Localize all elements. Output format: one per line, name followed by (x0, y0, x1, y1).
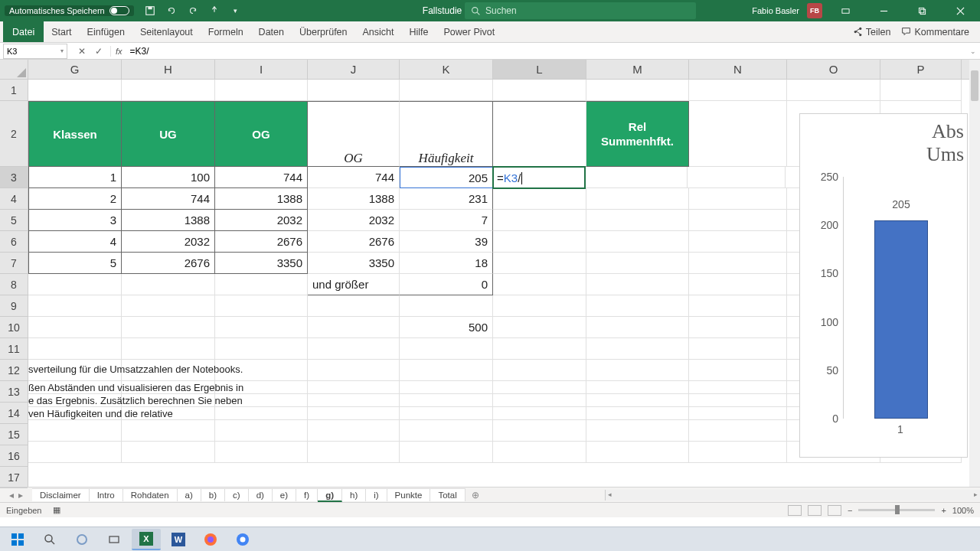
sheet-tab[interactable]: a) (178, 488, 201, 501)
cell[interactable] (215, 80, 308, 101)
view-normal-icon[interactable] (788, 505, 802, 516)
cell[interactable] (689, 394, 787, 407)
cell[interactable] (308, 381, 400, 394)
zoom-in-button[interactable]: + (941, 506, 946, 515)
horizontal-scrollbar[interactable] (605, 490, 980, 500)
sheet-tab[interactable]: Intro (90, 488, 123, 501)
sheet-tab[interactable]: e) (273, 488, 296, 501)
cell[interactable] (689, 295, 787, 317)
cell[interactable] (308, 338, 400, 360)
cell[interactable] (493, 407, 586, 420)
view-page-layout-icon[interactable] (808, 505, 822, 516)
cell[interactable] (28, 295, 122, 317)
row-header[interactable]: 13 (0, 381, 28, 403)
cell[interactable]: 744 (215, 167, 308, 188)
cell[interactable] (586, 188, 689, 210)
col-header-l[interactable]: L (493, 60, 586, 79)
cell[interactable] (493, 101, 586, 167)
tab-seitenlayout[interactable]: Seitenlayout (132, 21, 201, 42)
cell[interactable] (122, 420, 215, 442)
row-header[interactable]: 12 (0, 360, 28, 381)
cancel-formula-icon[interactable]: ✕ (77, 46, 87, 57)
cell[interactable]: 18 (400, 253, 493, 274)
cell[interactable] (493, 253, 586, 274)
cell[interactable] (400, 360, 493, 381)
cell-k10-total[interactable]: 500 (400, 317, 493, 338)
tab-start[interactable]: Start (44, 21, 79, 42)
cell[interactable] (308, 317, 400, 338)
cell[interactable]: 1388 (308, 188, 400, 210)
close-button[interactable] (945, 0, 975, 21)
header-hauf[interactable]: Häufigkeit (400, 101, 493, 167)
word-taskbar-icon[interactable]: W (164, 529, 193, 550)
tab-hilfe[interactable]: Hilfe (402, 21, 436, 42)
start-button[interactable] (3, 529, 32, 550)
sheet-tab[interactable]: d) (249, 488, 273, 501)
cell[interactable] (28, 442, 122, 463)
cell[interactable] (586, 442, 689, 463)
tab-ueberpruefen[interactable]: Überprüfen (292, 21, 355, 42)
row-header[interactable]: 16 (0, 445, 28, 467)
active-cell-l3[interactable]: =K3/ (492, 166, 586, 189)
cell[interactable] (400, 338, 493, 360)
cell[interactable] (493, 420, 586, 442)
sheet-tab[interactable]: f) (296, 488, 318, 501)
sheet-tab-active[interactable]: g) (318, 488, 342, 502)
worksheet-grid[interactable]: G H I J K L M N O P 1 2 3 4 5 6 7 8 9 10… (0, 60, 980, 487)
cell[interactable] (493, 295, 586, 317)
cell[interactable]: 100 (122, 167, 215, 188)
cell[interactable] (28, 80, 122, 101)
col-header-m[interactable]: M (586, 60, 689, 79)
row-header[interactable]: 8 (0, 274, 28, 295)
cell[interactable]: 1388 (215, 188, 308, 210)
cell[interactable] (400, 295, 493, 317)
cell[interactable] (688, 167, 786, 188)
col-header-n[interactable]: N (689, 60, 787, 79)
task-view-icon[interactable] (100, 529, 129, 550)
cell[interactable] (122, 442, 215, 463)
cell[interactable]: 2032 (308, 210, 400, 231)
cell[interactable] (586, 381, 689, 394)
embedded-chart[interactable]: AbsUms 250 200 150 100 50 0 205 1 (799, 113, 968, 458)
search-box[interactable]: Suchen (465, 2, 696, 19)
cell[interactable] (689, 101, 787, 167)
cell[interactable] (215, 338, 308, 360)
sheet-tab[interactable]: h) (342, 488, 366, 501)
cell[interactable] (585, 167, 688, 188)
cell[interactable] (215, 317, 308, 338)
cell[interactable] (493, 381, 586, 394)
sheet-tab[interactable]: i) (366, 488, 387, 501)
cell-k3-referenced[interactable]: 205 (400, 167, 493, 188)
user-avatar[interactable]: FB (807, 3, 822, 18)
row-header[interactable]: 15 (0, 424, 28, 445)
cell[interactable]: 0 (400, 274, 493, 295)
select-all-triangle[interactable] (0, 60, 28, 80)
sheet-tab[interactable]: Disclaimer (32, 488, 90, 501)
cell[interactable] (493, 188, 586, 210)
zoom-out-button[interactable]: − (848, 506, 852, 515)
zoom-level[interactable]: 100% (952, 506, 974, 515)
tab-einfuegen[interactable]: Einfügen (80, 21, 132, 42)
cell[interactable]: 2676 (308, 231, 400, 253)
cell[interactable] (308, 295, 400, 317)
cell[interactable] (215, 420, 308, 442)
autosave-toggle[interactable]: Automatisches Speichern (5, 5, 134, 16)
cell[interactable] (586, 407, 689, 420)
cell[interactable]: 1 (28, 167, 122, 188)
row-header[interactable]: 6 (0, 231, 28, 253)
cell[interactable] (586, 274, 689, 295)
col-header-o[interactable]: O (787, 60, 880, 79)
cell[interactable]: 2676 (215, 231, 308, 253)
cell[interactable] (787, 80, 880, 101)
formula-input[interactable]: =K3/ (127, 46, 966, 57)
cell[interactable] (493, 442, 586, 463)
confirm-formula-icon[interactable]: ✓ (93, 46, 104, 57)
cell[interactable] (586, 360, 689, 381)
cell[interactable]: 4 (28, 231, 122, 253)
cell[interactable] (215, 295, 308, 317)
tab-daten[interactable]: Daten (251, 21, 292, 42)
cell[interactable] (586, 231, 689, 253)
sheet-tab[interactable]: b) (201, 488, 225, 501)
cell[interactable] (493, 394, 586, 407)
cell[interactable] (493, 317, 586, 338)
